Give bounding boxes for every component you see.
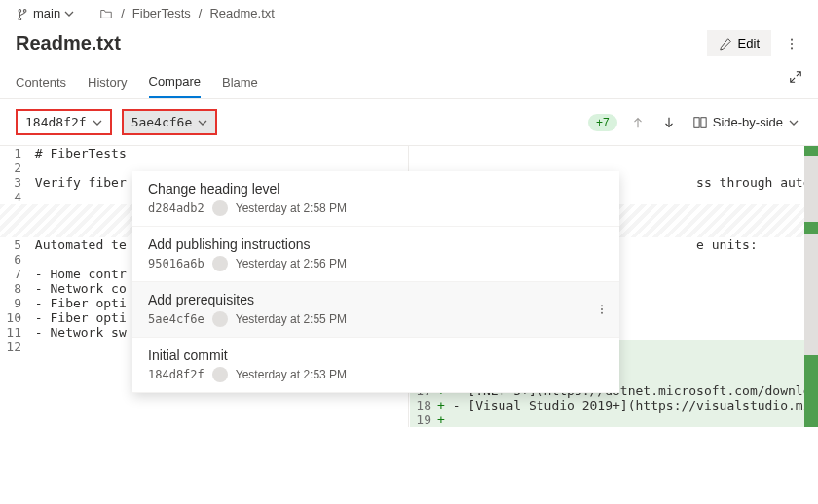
svg-point-7 (601, 312, 603, 314)
svg-point-0 (791, 38, 793, 40)
arrow-up-icon (631, 116, 645, 129)
diff-count-badge[interactable]: +7 (588, 114, 617, 131)
folder-icon (99, 7, 113, 20)
commit-dropdown-item[interactable]: Add publishing instructions 95016a6b Yes… (132, 227, 619, 282)
tab-compare[interactable]: Compare (149, 66, 201, 98)
commit-hash: 184d8f2f (148, 368, 204, 381)
edit-label: Edit (738, 36, 760, 51)
chevron-down-icon (198, 118, 207, 127)
side-by-side-icon (693, 116, 707, 129)
view-mode-selector[interactable]: Side-by-side (689, 111, 802, 133)
commit-time: Yesterday at 2:53 PM (236, 368, 347, 381)
svg-rect-3 (694, 117, 699, 127)
code-line (410, 146, 818, 161)
commit-dropdown-item[interactable]: Add prerequisites 5ae4cf6e Yesterday at … (132, 282, 619, 338)
commit-item-more[interactable] (596, 304, 608, 315)
chevron-down-icon (789, 118, 799, 127)
commit-hash: 5ae4cf6e (148, 312, 204, 326)
svg-point-1 (791, 42, 793, 44)
commit-title: Add prerequisites (148, 292, 604, 307)
crumb-sep: / (199, 6, 203, 20)
fullscreen-button[interactable] (789, 70, 802, 84)
code-line: 18 - [Visual Studio 2019+](https://visua… (410, 398, 818, 413)
tab-contents[interactable]: Contents (16, 67, 66, 97)
commit-dropdown-item[interactable]: Change heading level d284adb2 Yesterday … (132, 171, 619, 227)
branch-selector[interactable]: main (16, 6, 74, 20)
avatar-icon (212, 367, 228, 382)
crumb-file[interactable]: Readme.txt (209, 6, 274, 20)
pencil-icon (719, 37, 732, 51)
commit-time: Yesterday at 2:58 PM (236, 201, 347, 215)
commit-dropdown: Change heading level d284adb2 Yesterday … (132, 171, 619, 393)
avatar-icon (212, 311, 228, 327)
compare-to-hash: 5ae4cf6e (131, 115, 193, 129)
commit-dropdown-item[interactable]: Initial commit 184d8f2f Yesterday at 2:5… (132, 338, 619, 393)
more-actions-button[interactable] (781, 33, 802, 54)
compare-from-hash: 184d8f2f (25, 115, 87, 129)
compare-from-selector[interactable]: 184d8f2f (16, 109, 112, 135)
avatar-icon (212, 256, 228, 271)
svg-rect-4 (701, 117, 706, 127)
view-mode-label: Side-by-side (713, 115, 783, 129)
commit-title: Add publishing instructions (148, 236, 604, 252)
chevron-down-icon (93, 118, 102, 127)
diff-scrollbar[interactable] (804, 146, 818, 427)
svg-point-2 (791, 47, 793, 49)
commit-hash: d284adb2 (148, 201, 204, 215)
branch-name: main (33, 6, 60, 20)
compare-to-selector[interactable]: 5ae4cf6e (122, 109, 218, 135)
commit-time: Yesterday at 2:55 PM (236, 312, 347, 326)
arrow-down-icon (662, 116, 676, 129)
tab-history[interactable]: History (88, 67, 127, 97)
code-line: 19 (410, 413, 818, 427)
code-line: 1 # FiberTests (0, 146, 408, 161)
page-title: Readme.txt (16, 32, 121, 54)
next-diff-button[interactable] (658, 112, 680, 133)
svg-point-6 (601, 308, 603, 310)
branch-icon (16, 7, 29, 20)
avatar-icon (212, 200, 228, 216)
svg-point-5 (601, 305, 603, 306)
kebab-icon (785, 37, 799, 51)
commit-title: Change heading level (148, 181, 604, 197)
crumb-sep: / (121, 6, 125, 20)
tab-blame[interactable]: Blame (222, 67, 258, 97)
commit-hash: 95016a6b (148, 257, 204, 270)
prev-diff-button[interactable] (627, 112, 649, 133)
edit-button[interactable]: Edit (707, 30, 771, 56)
expand-icon (789, 70, 802, 84)
commit-title: Initial commit (148, 347, 604, 363)
commit-time: Yesterday at 2:56 PM (236, 257, 347, 270)
crumb-folder[interactable]: FiberTests (132, 6, 191, 20)
chevron-down-icon (64, 9, 74, 18)
